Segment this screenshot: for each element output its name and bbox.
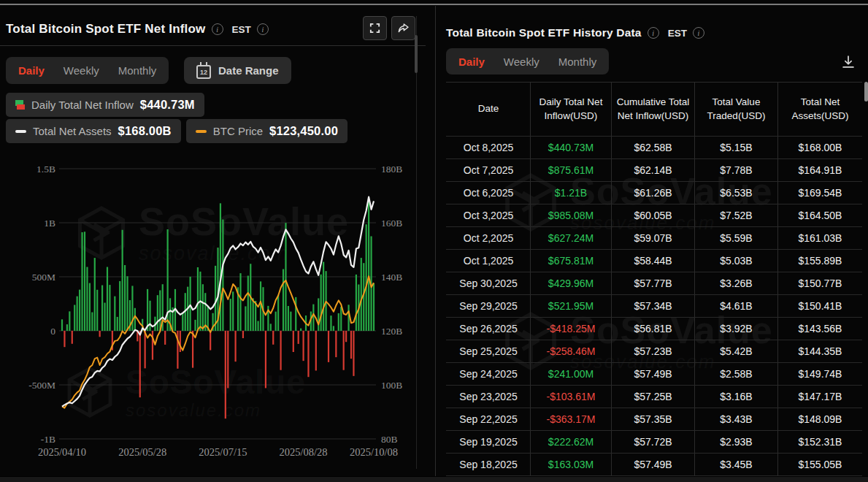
chart-toolbar bbox=[363, 16, 415, 40]
chart-legend-row-1: Daily Total Net Inflow $440.73M bbox=[6, 93, 204, 117]
svg-text:1B: 1B bbox=[44, 218, 55, 229]
table-cell: $3.16B bbox=[695, 386, 778, 408]
table-cell: $521.95M bbox=[531, 295, 612, 317]
fullscreen-button[interactable] bbox=[363, 16, 387, 40]
table-cell: $62.14B bbox=[612, 159, 695, 181]
fullscreen-icon bbox=[369, 22, 381, 34]
legend-daily-net-inflow[interactable]: Daily Total Net Inflow $440.73M bbox=[6, 93, 204, 117]
btc-line-icon bbox=[196, 130, 207, 133]
table-cell: Oct 6,2025 bbox=[446, 182, 531, 204]
svg-text:160B: 160B bbox=[381, 218, 402, 229]
table-cell: $56.81B bbox=[612, 318, 695, 340]
table-cell: $57.72B bbox=[612, 431, 695, 453]
table-cell: $241.00M bbox=[531, 363, 612, 385]
table-cell: -$258.46M bbox=[531, 340, 612, 362]
tab-monthly[interactable]: Monthly bbox=[549, 50, 607, 74]
table-cell: $150.77B bbox=[778, 272, 862, 294]
tab-weekly[interactable]: Weekly bbox=[54, 58, 109, 83]
table-cell: $7.52B bbox=[695, 204, 778, 226]
svg-text:120B: 120B bbox=[381, 326, 402, 337]
table-cell: $5.15B bbox=[695, 137, 778, 158]
info-icon[interactable] bbox=[212, 23, 223, 35]
date-range-button[interactable]: 12 Date Range bbox=[184, 57, 291, 84]
table-cell: $3.26B bbox=[695, 272, 778, 294]
svg-text:2025/05/28: 2025/05/28 bbox=[118, 446, 166, 458]
table-cell: Sep 25,2025 bbox=[446, 340, 531, 362]
table-cell: $62.58B bbox=[612, 137, 695, 158]
download-icon bbox=[840, 54, 856, 70]
svg-text:500M: 500M bbox=[32, 272, 55, 283]
share-button[interactable] bbox=[391, 16, 415, 40]
table-cell: -$103.61M bbox=[531, 386, 612, 408]
legend-total-net-assets[interactable]: Total Net Assets $168.00B bbox=[6, 119, 181, 143]
assets-line-icon bbox=[15, 130, 26, 133]
table-row: Sep 26,2025-$418.25M$56.81B$3.92B$143.56… bbox=[446, 318, 862, 340]
net-inflow-combo-chart[interactable]: 1.5B180B1B160B500M140B0120B-500M100B-1B8… bbox=[0, 153, 427, 467]
sosovalue-btc-etf-dashboard: Total Bitcoin Spot ETF Net Inflow EST Da… bbox=[0, 0, 868, 482]
table-cell: $3.43B bbox=[695, 408, 778, 430]
table-cell: $164.91B bbox=[778, 159, 862, 181]
svg-text:2025/08/28: 2025/08/28 bbox=[280, 446, 328, 458]
svg-text:1.5B: 1.5B bbox=[37, 164, 55, 175]
chart-panel-title: Total Bitcoin Spot ETF Net Inflow bbox=[6, 22, 206, 37]
svg-text:-500M: -500M bbox=[28, 380, 55, 391]
svg-text:-1B: -1B bbox=[41, 434, 55, 445]
table-cell: $3.92B bbox=[695, 318, 778, 340]
info-icon[interactable] bbox=[257, 23, 269, 35]
table-cell: Sep 30,2025 bbox=[446, 272, 531, 294]
assets-value: $168.00B bbox=[118, 124, 172, 138]
svg-text:2025/04/10: 2025/04/10 bbox=[38, 446, 86, 458]
table-cell: Oct 8,2025 bbox=[446, 137, 531, 158]
table-row: Oct 6,2025$1.21B$61.26B$6.53B$169.54B bbox=[446, 182, 862, 204]
table-cell: $57.25B bbox=[612, 386, 695, 408]
download-button[interactable] bbox=[837, 51, 859, 73]
history-table: DateDaily Total Net Inflow(USD)Cumulativ… bbox=[446, 82, 862, 476]
tab-weekly[interactable]: Weekly bbox=[494, 50, 549, 74]
chart-panel-header: Total Bitcoin Spot ETF Net Inflow EST bbox=[6, 16, 420, 42]
timezone-label: EST bbox=[232, 24, 251, 35]
table-cell: $150.41B bbox=[778, 295, 862, 317]
table-row: Oct 3,2025$985.08M$60.05B$7.52B$164.50B bbox=[446, 204, 862, 227]
table-cell: Sep 18,2025 bbox=[446, 454, 531, 475]
tab-daily[interactable]: Daily bbox=[449, 50, 494, 74]
table-cell: $5.59B bbox=[695, 227, 778, 249]
tab-daily[interactable]: Daily bbox=[9, 58, 54, 83]
table-row: Sep 29,2025$521.95M$57.34B$4.61B$150.41B bbox=[446, 295, 862, 318]
header-divider bbox=[0, 45, 426, 46]
history-data-panel: Total Bitcoin Spot ETF History Data EST … bbox=[435, 6, 868, 482]
table-cell: Sep 24,2025 bbox=[446, 363, 531, 385]
table-cell: $57.49B bbox=[612, 454, 695, 475]
info-icon[interactable] bbox=[693, 27, 704, 39]
table-cell: $875.61M bbox=[531, 159, 612, 181]
svg-text:140B: 140B bbox=[381, 272, 402, 283]
column-header: Total Net Assets(USD) bbox=[778, 83, 862, 136]
table-cell: $169.54B bbox=[778, 182, 862, 204]
left-scrollbar-thumb[interactable] bbox=[415, 35, 418, 73]
table-row: Sep 30,2025$429.96M$57.77B$3.26B$150.77B bbox=[446, 272, 862, 295]
table-cell: $7.78B bbox=[695, 159, 778, 181]
chart-legend-row-2: Total Net Assets $168.00B BTC Price $123… bbox=[6, 119, 347, 143]
table-cell: Oct 1,2025 bbox=[446, 250, 531, 272]
svg-text:2025/10/08: 2025/10/08 bbox=[350, 446, 398, 458]
legend-btc-price[interactable]: BTC Price $123,450.00 bbox=[186, 119, 347, 143]
table-scrollbar-thumb[interactable] bbox=[864, 82, 868, 102]
chart-interval-tabs: Daily Weekly Monthly bbox=[6, 57, 169, 84]
timezone-label: EST bbox=[668, 28, 687, 39]
table-cell: $2.58B bbox=[695, 363, 778, 385]
table-cell: Sep 26,2025 bbox=[446, 318, 531, 340]
tab-monthly[interactable]: Monthly bbox=[109, 58, 166, 83]
table-cell: $1.21B bbox=[531, 182, 612, 204]
table-panel-title: Total Bitcoin Spot ETF History Data bbox=[446, 26, 642, 39]
calendar-icon: 12 bbox=[196, 65, 211, 79]
svg-text:0: 0 bbox=[50, 326, 55, 337]
table-cell: $57.34B bbox=[612, 295, 695, 317]
share-icon bbox=[396, 21, 410, 35]
table-cell: $57.49B bbox=[612, 363, 695, 385]
inflow-value: $440.73M bbox=[140, 98, 195, 112]
table-cell: $168.00B bbox=[778, 137, 862, 158]
table-cell: $5.03B bbox=[695, 250, 778, 272]
table-row: Oct 7,2025$875.61M$62.14B$7.78B$164.91B bbox=[446, 159, 862, 182]
table-row: Sep 25,2025-$258.46M$57.23B$5.42B$144.35… bbox=[446, 340, 862, 363]
table-row: Oct 1,2025$675.81M$58.44B$5.03B$155.89B bbox=[446, 250, 862, 272]
info-icon[interactable] bbox=[648, 27, 659, 39]
